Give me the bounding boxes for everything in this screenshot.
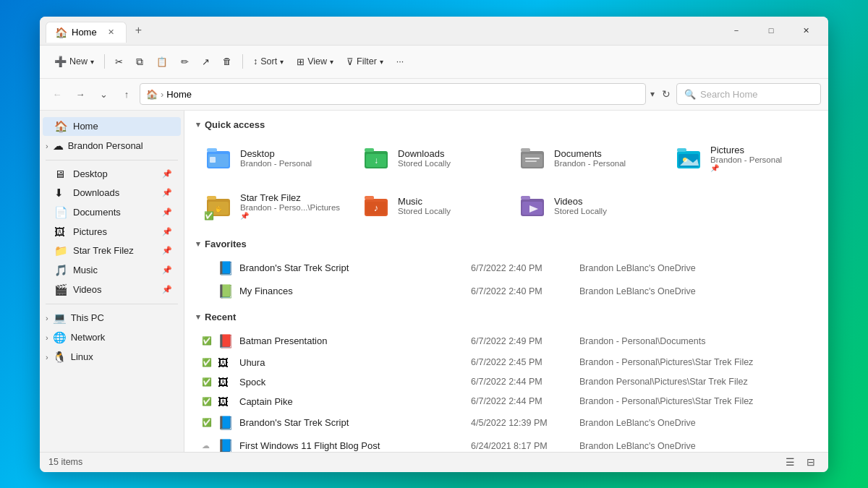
address-dropdown-button[interactable]: ▾ [650,89,655,99]
view-button[interactable]: ⊞ View ▾ [291,53,339,71]
qa-item-documents[interactable]: Documents Brandon - Personal [510,137,660,179]
recent-header[interactable]: ▾ Recent [196,312,817,322]
quick-access-header[interactable]: ▾ Quick access [196,119,817,130]
recent-name-uhura: Uhura [239,357,471,368]
thispc-expand-icon: › [46,314,48,322]
close-button[interactable]: ✕ [789,19,822,42]
cut-button[interactable]: ✂ [109,53,129,71]
list-view-button[interactable]: ☰ [781,455,799,469]
pictures-pin-icon: 📌 [162,227,172,236]
refresh-button[interactable]: ↻ [659,85,673,103]
videos-pin-icon: 📌 [162,285,172,294]
qa-item-music[interactable]: ♪ Music Stored Locally [354,185,504,227]
forward-button[interactable]: → [70,84,90,104]
svg-rect-1 [207,148,217,152]
new-tab-button[interactable]: + [129,21,148,40]
sidebar-item-pictures[interactable]: 🖼 Pictures 📌 [43,223,181,241]
new-label: New [69,56,88,67]
address-path[interactable]: 🏠 › Home [140,83,646,105]
sidebar-group-linux[interactable]: › 🐧 Linux [40,348,184,367]
copy-button[interactable]: ⧉ [130,52,149,72]
documents-sub: Brandon - Personal [554,159,652,168]
tab-home-icon: 🏠 [55,27,67,38]
startrek-sidebar-icon: 📁 [54,244,67,257]
details-view-button[interactable]: ⊟ [802,455,820,469]
toolbar-separator-2 [242,54,243,69]
sidebar-item-desktop[interactable]: 🖥 Desktop 📌 [43,165,181,183]
desktop-sub: Brandon - Personal [240,159,340,168]
maximize-button[interactable]: □ [754,19,788,42]
qa-item-videos[interactable]: Videos Stored Locally [510,185,660,227]
recent-section: ▾ Recent ✅ 📕 Batman Presentation 6/7/202… [196,312,817,452]
paste-button[interactable]: 📋 [150,53,174,71]
sidebar-item-documents[interactable]: 📄 Documents 📌 [43,203,181,222]
recent-locations-button[interactable]: ⌄ [93,84,114,104]
recent-date-batman: 6/7/2022 2:49 PM [471,336,579,346]
fav-location-1: Brandon LeBlanc's OneDrive [579,263,811,273]
tab-close-button[interactable]: ✕ [106,27,117,38]
sort-button[interactable]: ↕ Sort ▾ [247,53,289,70]
recent-icon-uhura: 🖼 [218,356,234,369]
delete-button[interactable]: 🗑 [217,53,238,70]
recent-item-spock[interactable]: ✅ 🖼 Spock 6/7/2022 2:44 PM Brandon Perso… [196,372,817,392]
svg-text:↓: ↓ [374,155,378,166]
recent-item-pike[interactable]: ✅ 🖼 Captain Pike 6/7/2022 2:44 PM Brando… [196,392,817,411]
fav-item-startrekscrpt[interactable]: 📘 Brandon's Star Trek Script 6/7/2022 2:… [196,257,817,280]
more-button[interactable]: ··· [391,53,409,70]
linux-icon: 🐧 [53,351,67,364]
fav-item-finances[interactable]: 📗 My Finances 6/7/2022 2:40 PM Brandon L… [196,280,817,303]
minimize-button[interactable]: − [720,19,753,42]
sidebar-item-startrek[interactable]: 📁 Star Trek Filez 📌 [43,241,181,260]
sidebar-group-brandon[interactable]: › ☁ Brandon Personal [40,137,184,155]
videos-sub: Stored Locally [554,207,652,215]
recent-item-startrekscript[interactable]: ✅ 📘 Brandon's Star Trek Script 4/5/2022 … [196,411,817,435]
sidebar-group-network[interactable]: › 🌐 Network [40,328,184,347]
home-tab[interactable]: 🏠 Home ✕ [46,22,127,43]
pictures-sidebar-icon: 🖼 [54,226,67,238]
recent-name-spock: Spock [239,377,471,388]
sidebar-item-videos[interactable]: 🎬 Videos 📌 [43,281,181,299]
recent-status-spock: ✅ [202,377,213,387]
sidebar: 🏠 Home › ☁ Brandon Personal 🖥 Desktop 📌 … [40,111,184,452]
recent-status-win11blog: ☁ [202,441,213,450]
new-button[interactable]: ➕ New ▾ [48,52,100,71]
recent-icon-pike: 🖼 [218,395,234,408]
documents-name: Documents [554,148,652,159]
filter-button[interactable]: ⊽ Filter ▾ [341,53,389,71]
qa-item-desktop[interactable]: Desktop Brandon - Personal [196,137,348,179]
share-button[interactable]: ↗ [196,53,216,71]
music-sidebar-icon: 🎵 [54,264,67,277]
favorites-section: ▾ Favorites 📘 Brandon's Star Trek Script… [196,239,817,303]
recent-item-uhura[interactable]: ✅ 🖼 Uhura 6/7/2022 2:45 PM Brandon - Per… [196,353,817,372]
qa-item-pictures[interactable]: Pictures Brandon - Personal 📌 [666,137,817,179]
view-controls: ☰ ⊟ [781,455,820,469]
qa-item-downloads[interactable]: ↓ Downloads Stored Locally [354,137,504,179]
search-box[interactable]: 🔍 Search Home [676,83,821,105]
recent-name-stscript: Brandon's Star Trek Script [239,417,471,428]
sidebar-item-downloads[interactable]: ⬇ Downloads 📌 [43,184,181,202]
sidebar-item-music[interactable]: 🎵 Music 📌 [43,261,181,280]
fav-date-1: 6/7/2022 2:40 PM [471,263,579,273]
filter-label: Filter [357,56,377,67]
qa-chevron: ▾ [196,120,200,129]
recent-name-win11blog: First Windows 11 Flight Blog Post [239,440,471,451]
recent-location-uhura: Brandon - Personal\Pictures\Star Trek Fi… [579,357,811,367]
recent-item-win11blog[interactable]: ☁ 📘 First Windows 11 Flight Blog Post 6/… [196,435,817,452]
svg-rect-9 [521,148,530,152]
sidebar-group-thispc[interactable]: › 💻 This PC [40,309,184,328]
recent-item-batman[interactable]: ✅ 📕 Batman Presentation 6/7/2022 2:49 PM… [196,330,817,353]
startrek-name: Star Trek Filez [240,192,340,203]
sidebar-item-home[interactable]: 🏠 Home [43,117,181,136]
network-expand-icon: › [46,333,48,342]
svg-text:♪: ♪ [374,202,379,213]
sidebar-startrek-label: Star Trek Filez [73,245,134,256]
music-folder-icon: ♪ [362,192,391,221]
rename-button[interactable]: ✏ [175,53,195,71]
fav-name-1: Brandon's Star Trek Script [239,262,471,273]
music-pin-icon: 📌 [162,265,172,275]
up-button[interactable]: ↑ [116,84,137,104]
favorites-header[interactable]: ▾ Favorites [196,239,817,249]
back-button[interactable]: ← [47,84,67,104]
qa-item-startrek[interactable]: ✅ 🖖 Star Trek Filez Brandon - Perso...\P… [196,185,348,227]
address-bar: ← → ⌄ ↑ 🏠 › Home ▾ ↻ 🔍 Search Home [40,79,828,111]
